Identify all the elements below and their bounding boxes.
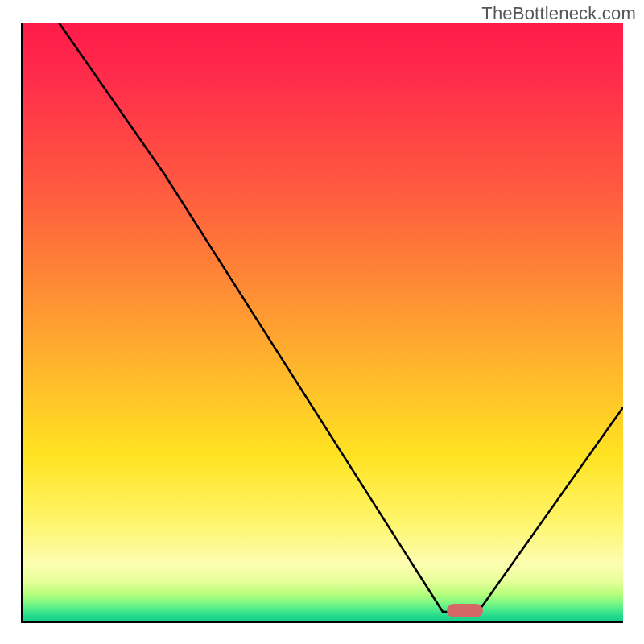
plot-area	[21, 23, 623, 623]
chart-overlay-svg	[21, 23, 623, 623]
attribution-text: TheBottleneck.com	[481, 3, 636, 24]
optimal-marker-pill	[447, 604, 483, 617]
bottleneck-curve	[59, 23, 623, 612]
chart-container: TheBottleneck.com	[0, 0, 644, 644]
